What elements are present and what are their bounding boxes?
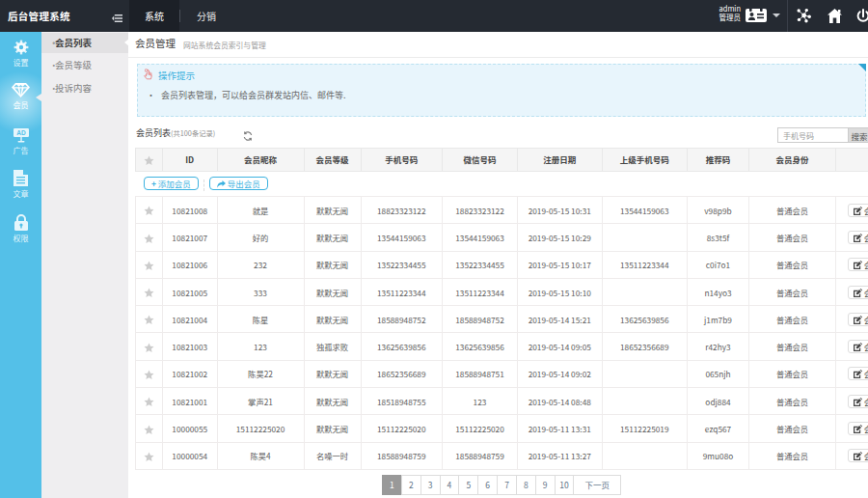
svg-text:AD: AD	[16, 129, 26, 136]
